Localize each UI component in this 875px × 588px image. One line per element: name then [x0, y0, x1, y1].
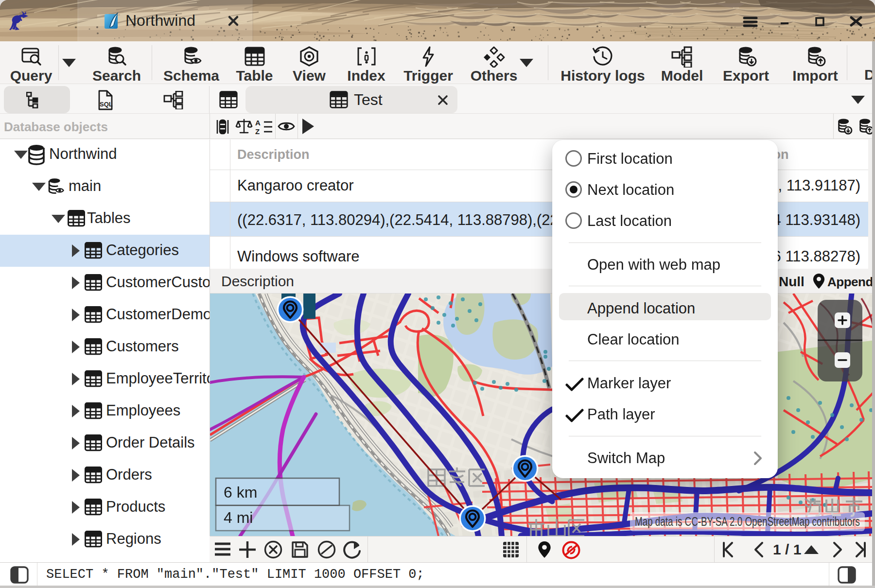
- svg-text:6 km: 6 km: [224, 484, 257, 501]
- svg-text:4 mi: 4 mi: [224, 509, 253, 526]
- svg-text:Northwind: Northwind: [125, 12, 195, 29]
- svg-text:SQL: SQL: [100, 101, 113, 108]
- svg-text:Z: Z: [255, 127, 260, 136]
- svg-text:Map data is CC-BY-SA 2.0 OpenS: Map data is CC-BY-SA 2.0 OpenStreetMap c…: [635, 514, 860, 529]
- svg-text:A: A: [255, 119, 261, 127]
